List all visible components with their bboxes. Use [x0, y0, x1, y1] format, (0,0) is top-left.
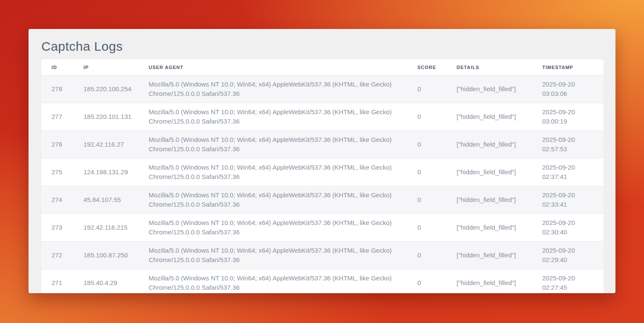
cell-timestamp: 2025-09-20 02:29:40 [542, 246, 604, 265]
cell-user-agent: Mozilla/5.0 (Windows NT 10.0; Win64; x64… [149, 107, 417, 126]
cell-details: ["hidden_field_filled"] [457, 195, 542, 205]
table-row: 273 192.42.116.215 Mozilla/5.0 (Windows … [41, 213, 604, 241]
cell-score: 0 [417, 278, 457, 288]
cell-score: 0 [417, 223, 457, 232]
table-row: 274 45.84.107.55 Mozilla/5.0 (Windows NT… [41, 186, 604, 213]
column-header-timestamp: TIMESTAMP [542, 65, 604, 70]
cell-score: 0 [417, 140, 457, 149]
page-title: Captcha Logs [29, 29, 615, 55]
cell-id: 271 [52, 278, 83, 288]
cell-score: 0 [417, 167, 457, 177]
cell-timestamp: 2025-09-20 02:33:41 [542, 190, 604, 209]
cell-id: 278 [52, 84, 83, 94]
table-row: 275 124.198.131.29 Mozilla/5.0 (Windows … [41, 158, 604, 186]
page-background: { "page": { "title": "Captcha Logs" }, "… [0, 0, 644, 323]
cell-user-agent: Mozilla/5.0 (Windows NT 10.0; Win64; x64… [149, 218, 417, 237]
table-row: 276 192.42.116.27 Mozilla/5.0 (Windows N… [41, 130, 604, 158]
cell-timestamp: 2025-09-20 02:37:41 [542, 163, 604, 182]
cell-details: ["hidden_field_filled"] [457, 223, 542, 232]
cell-score: 0 [417, 112, 457, 121]
cell-timestamp: 2025-09-20 03:03:06 [542, 80, 604, 98]
cell-ip: 192.42.116.215 [83, 223, 149, 232]
cell-id: 274 [52, 195, 83, 205]
cell-ip: 185.100.87.250 [83, 251, 149, 260]
table-body: 278 185.220.100.254 Mozilla/5.0 (Windows… [41, 75, 604, 293]
column-header-ip: IP [83, 65, 149, 70]
cell-details: ["hidden_field_filled"] [457, 140, 542, 149]
cell-user-agent: Mozilla/5.0 (Windows NT 10.0; Win64; x64… [149, 190, 417, 209]
cell-details: ["hidden_field_filled"] [457, 251, 542, 260]
cell-ip: 192.42.116.27 [83, 140, 149, 149]
cell-ip: 185.40.4.29 [83, 278, 149, 288]
cell-id: 273 [52, 223, 83, 232]
cell-score: 0 [417, 251, 457, 260]
cell-details: ["hidden_field_filled"] [457, 278, 542, 288]
column-header-id: ID [52, 65, 83, 70]
cell-id: 277 [52, 112, 83, 121]
cell-id: 275 [52, 167, 83, 177]
cell-ip: 45.84.107.55 [83, 195, 149, 205]
cell-ip: 185.220.100.254 [83, 84, 149, 94]
column-header-score: SCORE [417, 65, 457, 70]
cell-ip: 185.220.101.131 [83, 112, 149, 121]
cell-user-agent: Mozilla/5.0 (Windows NT 10.0; Win64; x64… [149, 274, 417, 292]
cell-timestamp: 2025-09-20 02:27:45 [542, 274, 604, 292]
cell-timestamp: 2025-09-20 03:00:19 [542, 107, 604, 126]
cell-id: 272 [52, 251, 83, 260]
cell-score: 0 [417, 195, 457, 205]
cell-user-agent: Mozilla/5.0 (Windows NT 10.0; Win64; x64… [149, 163, 417, 182]
cell-id: 276 [52, 140, 83, 149]
cell-ip: 124.198.131.29 [83, 167, 149, 177]
cell-details: ["hidden_field_filled"] [457, 167, 542, 177]
cell-user-agent: Mozilla/5.0 (Windows NT 10.0; Win64; x64… [149, 135, 417, 154]
column-header-user-agent: USER AGENT [149, 65, 417, 70]
table-header-row: ID IP USER AGENT SCORE DETAILS TIMESTAMP [41, 59, 604, 75]
cell-user-agent: Mozilla/5.0 (Windows NT 10.0; Win64; x64… [149, 80, 417, 98]
cell-details: ["hidden_field_filled"] [457, 112, 542, 121]
table-row: 277 185.220.101.131 Mozilla/5.0 (Windows… [41, 103, 604, 130]
table-row: 278 185.220.100.254 Mozilla/5.0 (Windows… [41, 75, 604, 103]
logs-table: ID IP USER AGENT SCORE DETAILS TIMESTAMP… [41, 59, 604, 293]
cell-score: 0 [417, 84, 457, 94]
cell-user-agent: Mozilla/5.0 (Windows NT 10.0; Win64; x64… [149, 246, 417, 265]
cell-details: ["hidden_field_filled"] [457, 84, 542, 94]
cell-timestamp: 2025-09-20 02:57:53 [542, 135, 604, 154]
table-row: 272 185.100.87.250 Mozilla/5.0 (Windows … [41, 241, 604, 269]
cell-timestamp: 2025-09-20 02:30:40 [542, 218, 604, 237]
table-row: 271 185.40.4.29 Mozilla/5.0 (Windows NT … [41, 269, 604, 293]
column-header-details: DETAILS [457, 65, 542, 70]
captcha-logs-card: Captcha Logs ID IP USER AGENT SCORE DETA… [29, 29, 615, 293]
